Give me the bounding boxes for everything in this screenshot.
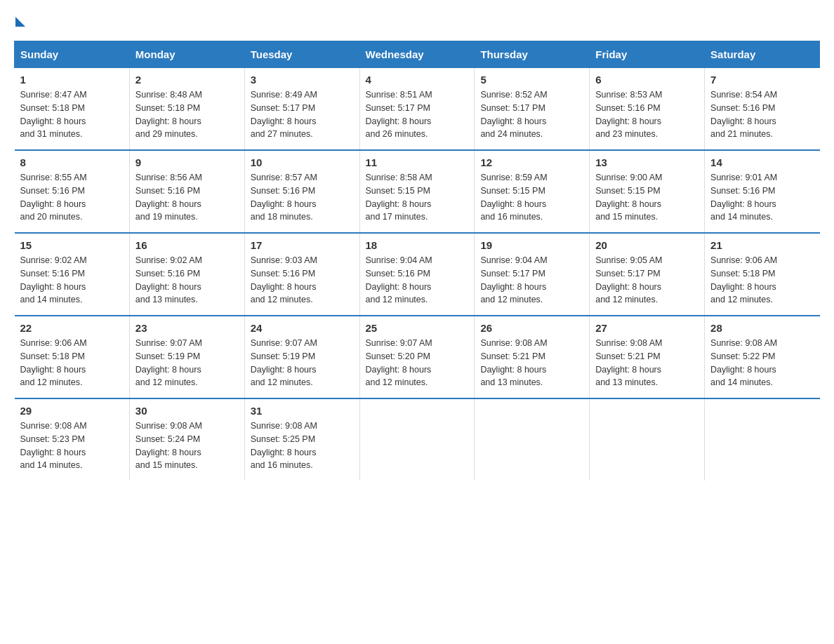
day-info: Sunrise: 9:08 AM Sunset: 5:24 PM Dayligh… <box>135 420 239 472</box>
day-number: 22 <box>20 322 124 334</box>
day-number: 24 <box>251 322 354 334</box>
weekday-header-wednesday: Wednesday <box>359 41 475 68</box>
calendar-cell: 18 Sunrise: 9:04 AM Sunset: 5:16 PM Dayl… <box>359 233 475 316</box>
day-info: Sunrise: 9:00 AM Sunset: 5:15 PM Dayligh… <box>595 171 699 224</box>
day-info: Sunrise: 8:57 AM Sunset: 5:16 PM Dayligh… <box>251 171 354 224</box>
calendar-cell: 30 Sunrise: 9:08 AM Sunset: 5:24 PM Dayl… <box>129 398 244 481</box>
calendar-week-row: 22 Sunrise: 9:06 AM Sunset: 5:18 PM Dayl… <box>15 316 820 398</box>
day-info: Sunrise: 8:53 AM Sunset: 5:16 PM Dayligh… <box>595 88 699 141</box>
calendar-cell: 22 Sunrise: 9:06 AM Sunset: 5:18 PM Dayl… <box>15 316 130 398</box>
day-number: 8 <box>20 156 124 168</box>
day-number: 6 <box>595 74 699 86</box>
day-info: Sunrise: 8:59 AM Sunset: 5:15 PM Dayligh… <box>480 171 583 224</box>
calendar-cell: 2 Sunrise: 8:48 AM Sunset: 5:18 PM Dayli… <box>129 68 244 151</box>
calendar-body: 1 Sunrise: 8:47 AM Sunset: 5:18 PM Dayli… <box>15 68 820 481</box>
calendar-cell: 23 Sunrise: 9:07 AM Sunset: 5:19 PM Dayl… <box>129 316 244 398</box>
calendar-cell: 11 Sunrise: 8:58 AM Sunset: 5:15 PM Dayl… <box>359 150 475 233</box>
calendar-cell: 12 Sunrise: 8:59 AM Sunset: 5:15 PM Dayl… <box>475 150 590 233</box>
day-number: 1 <box>20 74 124 86</box>
day-info: Sunrise: 9:08 AM Sunset: 5:21 PM Dayligh… <box>480 337 583 389</box>
calendar-cell: 24 Sunrise: 9:07 AM Sunset: 5:19 PM Dayl… <box>244 316 359 398</box>
day-number: 14 <box>710 156 814 168</box>
day-info: Sunrise: 9:03 AM Sunset: 5:16 PM Dayligh… <box>251 254 354 307</box>
calendar-cell: 19 Sunrise: 9:04 AM Sunset: 5:17 PM Dayl… <box>475 233 590 316</box>
day-number: 15 <box>20 239 124 251</box>
calendar-cell <box>705 398 820 481</box>
calendar-cell: 27 Sunrise: 9:08 AM Sunset: 5:21 PM Dayl… <box>590 316 705 398</box>
day-number: 3 <box>251 74 354 86</box>
calendar-table: SundayMondayTuesdayWednesdayThursdayFrid… <box>14 41 820 481</box>
day-number: 20 <box>595 239 699 251</box>
day-info: Sunrise: 9:08 AM Sunset: 5:22 PM Dayligh… <box>710 337 814 389</box>
calendar-cell: 31 Sunrise: 9:08 AM Sunset: 5:25 PM Dayl… <box>244 398 359 481</box>
calendar-cell: 13 Sunrise: 9:00 AM Sunset: 5:15 PM Dayl… <box>590 150 705 233</box>
day-number: 29 <box>20 405 124 417</box>
day-number: 21 <box>710 239 814 251</box>
day-info: Sunrise: 8:49 AM Sunset: 5:17 PM Dayligh… <box>251 88 354 141</box>
day-info: Sunrise: 9:07 AM Sunset: 5:20 PM Dayligh… <box>366 337 469 389</box>
day-number: 25 <box>366 322 469 334</box>
day-info: Sunrise: 8:54 AM Sunset: 5:16 PM Dayligh… <box>710 88 814 141</box>
day-number: 28 <box>710 322 814 334</box>
calendar-cell: 14 Sunrise: 9:01 AM Sunset: 5:16 PM Dayl… <box>705 150 820 233</box>
day-number: 12 <box>480 156 583 168</box>
day-info: Sunrise: 9:06 AM Sunset: 5:18 PM Dayligh… <box>20 337 124 389</box>
day-info: Sunrise: 9:05 AM Sunset: 5:17 PM Dayligh… <box>595 254 699 307</box>
day-info: Sunrise: 8:52 AM Sunset: 5:17 PM Dayligh… <box>480 88 583 141</box>
calendar-cell: 28 Sunrise: 9:08 AM Sunset: 5:22 PM Dayl… <box>705 316 820 398</box>
calendar-cell: 6 Sunrise: 8:53 AM Sunset: 5:16 PM Dayli… <box>590 68 705 151</box>
day-number: 26 <box>480 322 583 334</box>
day-info: Sunrise: 8:56 AM Sunset: 5:16 PM Dayligh… <box>135 171 239 224</box>
day-number: 9 <box>135 156 239 168</box>
day-number: 17 <box>251 239 354 251</box>
calendar-cell: 26 Sunrise: 9:08 AM Sunset: 5:21 PM Dayl… <box>475 316 590 398</box>
day-number: 16 <box>135 239 239 251</box>
calendar-cell: 9 Sunrise: 8:56 AM Sunset: 5:16 PM Dayli… <box>129 150 244 233</box>
day-number: 19 <box>480 239 583 251</box>
calendar-header: SundayMondayTuesdayWednesdayThursdayFrid… <box>15 41 820 68</box>
calendar-cell: 7 Sunrise: 8:54 AM Sunset: 5:16 PM Dayli… <box>705 68 820 151</box>
page-header <box>14 14 820 27</box>
calendar-cell <box>590 398 705 481</box>
weekday-header-friday: Friday <box>590 41 705 68</box>
day-number: 13 <box>595 156 699 168</box>
calendar-cell: 16 Sunrise: 9:02 AM Sunset: 5:16 PM Dayl… <box>129 233 244 316</box>
calendar-cell: 5 Sunrise: 8:52 AM Sunset: 5:17 PM Dayli… <box>475 68 590 151</box>
day-number: 30 <box>135 405 239 417</box>
calendar-week-row: 1 Sunrise: 8:47 AM Sunset: 5:18 PM Dayli… <box>15 68 820 151</box>
day-info: Sunrise: 9:08 AM Sunset: 5:23 PM Dayligh… <box>20 420 124 472</box>
weekday-header-row: SundayMondayTuesdayWednesdayThursdayFrid… <box>15 41 820 68</box>
calendar-week-row: 15 Sunrise: 9:02 AM Sunset: 5:16 PM Dayl… <box>15 233 820 316</box>
calendar-cell: 25 Sunrise: 9:07 AM Sunset: 5:20 PM Dayl… <box>359 316 475 398</box>
calendar-cell: 4 Sunrise: 8:51 AM Sunset: 5:17 PM Dayli… <box>359 68 475 151</box>
calendar-cell: 17 Sunrise: 9:03 AM Sunset: 5:16 PM Dayl… <box>244 233 359 316</box>
calendar-week-row: 29 Sunrise: 9:08 AM Sunset: 5:23 PM Dayl… <box>15 398 820 481</box>
day-number: 4 <box>366 74 469 86</box>
weekday-header-sunday: Sunday <box>15 41 130 68</box>
day-number: 11 <box>366 156 469 168</box>
day-info: Sunrise: 8:58 AM Sunset: 5:15 PM Dayligh… <box>366 171 469 224</box>
day-info: Sunrise: 9:04 AM Sunset: 5:17 PM Dayligh… <box>480 254 583 307</box>
calendar-cell <box>359 398 475 481</box>
calendar-cell: 10 Sunrise: 8:57 AM Sunset: 5:16 PM Dayl… <box>244 150 359 233</box>
calendar-cell: 20 Sunrise: 9:05 AM Sunset: 5:17 PM Dayl… <box>590 233 705 316</box>
day-number: 23 <box>135 322 239 334</box>
day-info: Sunrise: 8:51 AM Sunset: 5:17 PM Dayligh… <box>366 88 469 141</box>
day-info: Sunrise: 9:02 AM Sunset: 5:16 PM Dayligh… <box>20 254 124 307</box>
day-number: 10 <box>251 156 354 168</box>
weekday-header-tuesday: Tuesday <box>244 41 359 68</box>
day-number: 5 <box>480 74 583 86</box>
day-number: 2 <box>135 74 239 86</box>
calendar-week-row: 8 Sunrise: 8:55 AM Sunset: 5:16 PM Dayli… <box>15 150 820 233</box>
calendar-cell: 8 Sunrise: 8:55 AM Sunset: 5:16 PM Dayli… <box>15 150 130 233</box>
day-info: Sunrise: 9:07 AM Sunset: 5:19 PM Dayligh… <box>135 337 239 389</box>
day-info: Sunrise: 8:48 AM Sunset: 5:18 PM Dayligh… <box>135 88 239 141</box>
weekday-header-monday: Monday <box>129 41 244 68</box>
weekday-header-saturday: Saturday <box>705 41 820 68</box>
calendar-cell: 29 Sunrise: 9:08 AM Sunset: 5:23 PM Dayl… <box>15 398 130 481</box>
day-number: 7 <box>710 74 814 86</box>
day-info: Sunrise: 8:47 AM Sunset: 5:18 PM Dayligh… <box>20 88 124 141</box>
day-info: Sunrise: 9:08 AM Sunset: 5:25 PM Dayligh… <box>251 420 354 472</box>
day-info: Sunrise: 9:07 AM Sunset: 5:19 PM Dayligh… <box>251 337 354 389</box>
logo <box>14 14 25 27</box>
